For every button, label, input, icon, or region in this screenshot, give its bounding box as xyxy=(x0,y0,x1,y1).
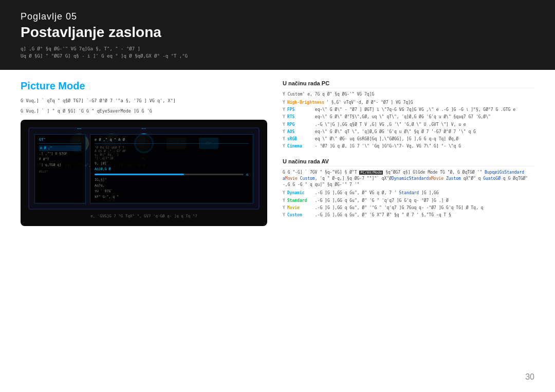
osd-right-item-6[interactable]: kF" G-", q " xyxy=(95,194,249,200)
osd-right-title-text: e Ø ," q " A Ø xyxy=(95,138,125,142)
osd-right-item-3[interactable]: IG,§]" xyxy=(95,177,249,183)
osd-item-3[interactable]: F Ø°T xyxy=(39,157,81,162)
aos-text: eq-\" G Ø\" qT \", 'q]Ø,G ØG 'G'q u Ø\" … xyxy=(315,129,476,135)
pc-section: U načinu rada PC Y Custom' e, 7G q Ø" §q… xyxy=(283,80,534,149)
osd-menu-left: GT" e Ø ," .] ,""] U §7GF F Ø°T `] q,TGØ… xyxy=(34,134,86,203)
bullet-marker-custom: Y xyxy=(283,212,285,218)
osd-item-2[interactable]: .] ,""] U §7GF xyxy=(39,151,81,157)
fps-text: eq-\" G Ø\" - °Ø7 ] ØGT] i \"7q-G VG 7q]… xyxy=(315,107,515,113)
movie-text: .-G ]G ],GG q Gu", Ø" '°G " 'q'q7 ]G 7Gu… xyxy=(315,205,484,211)
knob-value-3: 20 xyxy=(142,127,146,130)
movie-label: Movie xyxy=(287,205,313,211)
left-desc-2: G Vuq,] ` ] " q Ø §G] 'G G " qEyeSaverMo… xyxy=(21,108,267,115)
monitor-screen: 12 20 tV Off xyxy=(28,127,260,210)
high-brightness-text: ' §,G' vTqV'·d, Ø Ø°- °Ø7 ] VG 7q]G xyxy=(326,100,413,105)
fps-label: FPS xyxy=(287,107,313,113)
pc-intro: Y Custom' e, 7G q Ø" §q ØG-'" VG 7q]G xyxy=(283,91,534,98)
osd-right-item-4[interactable]: Aq7q, xyxy=(95,183,249,189)
osd-overlay: GT" e Ø ," .] ,""] U §7GF F Ø°T `] q,TGØ… xyxy=(34,134,253,203)
bullet-standard: Y Standard .-G ]G ],GG q Gu", Ø" 'G " 'q… xyxy=(283,198,534,203)
header: Poglavlje 05 Postavljanje zaslona q] ,G … xyxy=(0,0,555,70)
bullet-marker-movie: Y xyxy=(283,205,285,211)
custom-label: Custom xyxy=(287,212,313,218)
rpg-label: RPG xyxy=(287,122,313,127)
custom-text: .-G ]G ],GG q Gu", Ø" 'G X"7 Ø" §q " Ø 7… xyxy=(315,212,451,218)
bullet-srgb: Y sRGB eq \" Ø\" ØG- uq GsRGB]Gq ],\"GØG… xyxy=(283,136,534,142)
bullet-custom: Y Custom .-G ]G ],GG q Gu", Ø" 'G X"7 Ø"… xyxy=(283,212,534,218)
bullet-marker-srgb: Y xyxy=(283,136,285,142)
osd-right-item-2[interactable]: Aq]Ø,G Ø xyxy=(95,166,249,172)
av-section: U načinu rada AV G G "-G] ` 7GV " §q-"VG… xyxy=(283,158,534,218)
osd-panel-right: e Ø ," q " A Ø "Ø Øq G] q§Ø T TÆ E§ Ø ,"… xyxy=(90,134,253,203)
osd-right-title: e Ø ," q " A Ø xyxy=(95,138,249,144)
aos-label: AOS xyxy=(287,129,313,135)
bullet-rts: Y RTS eq-\" G Ø\" Ø°T§\",GØ, uq \" qT\",… xyxy=(283,114,534,120)
left-desc-1: G Vuq,] ` qTq " q§Ø TG7] `-G7 Ø°Ø 7 '"a … xyxy=(21,98,267,104)
bullet-marker-rts: Y xyxy=(283,114,285,120)
srgb-text: eq \" Ø\" ØG- uq GsRGB]Gq ],\"GØGG], ]G … xyxy=(315,136,458,142)
dynamic-label: Dynamic xyxy=(287,190,313,196)
header-desc-line1: q] ,G Ø° §q ØG-'" VG 7q]Ga §, T", " - °Ø… xyxy=(21,46,534,53)
chapter-label: Poglavlje 05 xyxy=(21,11,534,22)
osd-slider-value: Æ xyxy=(246,173,249,176)
cinema-text: - °Ø7 ]G q Ø, ]G 7 '\" 'Gq ]G°G-\"7- Vq,… xyxy=(315,143,461,149)
bullet-fps: Y FPS eq-\" G Ø\" - °Ø7 ] ØGT] i \"7q-G … xyxy=(283,107,534,113)
osd-right-item-5[interactable]: †U ` 97G` xyxy=(95,189,249,194)
picture-mode-title: Picture Mode xyxy=(21,80,267,92)
bullet-marker-cinema: Y xyxy=(283,143,285,149)
knob-value-1: 12 xyxy=(77,127,82,130)
bullet-marker-dynamic: Y xyxy=(283,190,285,196)
av-intro: G G "-G] ` 7GV " §q-"VG] § Ø"T PC/AV/Mod… xyxy=(283,170,534,188)
monitor-container: 12 20 tV Off xyxy=(21,120,267,226)
page-number: 30 xyxy=(525,372,534,382)
bullet-marker-aos: Y xyxy=(283,129,285,135)
osd-right-item-1[interactable]: 9, |Ø]` xyxy=(95,161,249,166)
left-panel: Picture Mode G Vuq,] ` qTq " q§Ø TG7] `-… xyxy=(21,80,267,227)
bullet-cinema: Y Cinema - °Ø7 ]G q Ø, ]G 7 '\" 'Gq ]G°G… xyxy=(283,143,534,149)
osd-left-title: GT" xyxy=(39,138,81,144)
bullet-dynamic: Y Dynamic .-G ]G ],GG q Gu", Ø" VG q Ø, … xyxy=(283,190,534,196)
rpg-text: .-G \"|G ],GG q§Ø T V ,G] VG ,G '\" 'G,Ø… xyxy=(315,122,466,127)
pc-section-title: U načinu rada PC xyxy=(283,80,534,88)
osd-hint: ØGu7° xyxy=(39,170,81,173)
standard-label: Standard xyxy=(287,198,313,203)
header-description: q] ,G Ø° §q ØG-'" VG 7q]Ga §, T", " - °Ø… xyxy=(21,46,534,60)
bullet-aos: Y AOS eq-\" G Ø\" qT \", 'q]Ø,G ØG 'G'q … xyxy=(283,129,534,135)
bullet-marker-fps: Y xyxy=(283,107,285,113)
page-title: Postavljanje zaslona xyxy=(21,24,534,41)
osd-item-4[interactable]: `] q,TGØ q] xyxy=(39,162,81,168)
cinema-label: Cinema xyxy=(287,143,313,149)
rts-label: RTS xyxy=(287,114,313,120)
bullet-movie: Y Movie .-G ]G ],GG q Gu", Ø" '°G " 'q'q… xyxy=(283,205,534,211)
av-section-title: U načinu rada AV xyxy=(283,158,534,166)
monitor-footer: e, 'GVG]G 7 °G TqX° ", GV7 'q·GØ q- ]q q… xyxy=(28,214,260,218)
dynamic-text: .-G ]G ],GG q Gu", Ø" VG q Ø, 7 ' Standa… xyxy=(315,190,439,196)
rts-text: eq-\" G Ø\" Ø°T§\",GØ, uq \" qT\", 'q]Ø,… xyxy=(315,114,491,120)
right-panel: U načinu rada PC Y Custom' e, 7G q Ø" §q… xyxy=(283,80,534,227)
bullet-rpg: Y RPG .-G \"|G ],GG q§Ø T V ,G] VG ,G '\… xyxy=(283,122,534,127)
osd-right-desc: "Ø Øq G] q§Ø T TÆ E§ Ø ," - G7 ØFq, Ø|" … xyxy=(95,145,249,160)
bullet-high-brightness: Y High-Brightness ' §,G' vTqV'·d, Ø Ø°- … xyxy=(283,100,534,105)
standard-text: .-G ]G ],GG q Gu", Ø" 'G " 'q'q7 ]G G'q … xyxy=(315,198,449,203)
srgb-label: sRGB xyxy=(287,136,313,142)
main-content: Picture Mode G Vuq,] ` qTq " q§Ø TG7] `-… xyxy=(0,70,555,237)
header-desc-line2: Uq Ø §G] " °ØG7 G] q§ - i ]' G eq ° ]q Ø… xyxy=(21,53,534,60)
osd-slider-row: Æ xyxy=(95,173,249,176)
high-brightness-label: High-Brightness xyxy=(287,100,324,105)
bullet-marker: Y xyxy=(283,100,285,105)
osd-item-picture[interactable]: e Ø ," xyxy=(39,145,81,151)
osd-slider-fill xyxy=(95,174,184,175)
bullet-marker-standard: Y xyxy=(283,198,285,203)
osd-slider[interactable] xyxy=(95,174,244,175)
bullet-marker-rpg: Y xyxy=(283,122,285,127)
